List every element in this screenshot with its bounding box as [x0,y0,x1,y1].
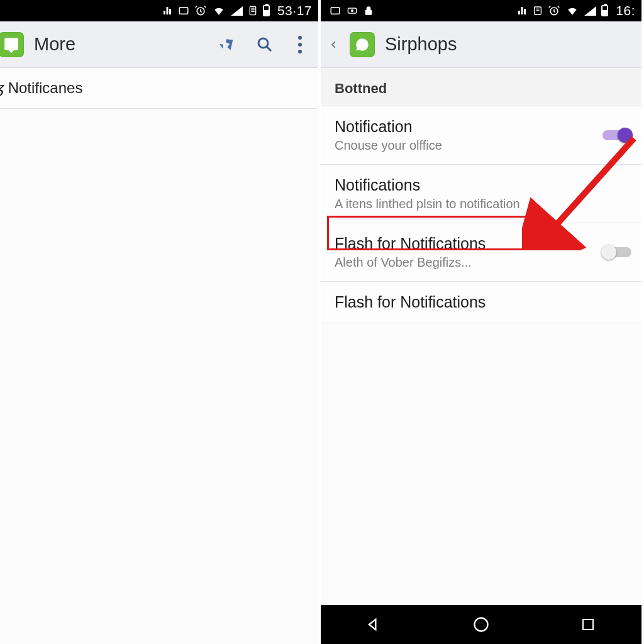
screen-body: ʒ Notificanes [0,68,318,644]
card-icon [533,5,543,16]
list-item-notifications[interactable]: Notifications A itens linthed plsin to n… [321,165,641,223]
app-bar: More [0,21,318,68]
screenshot-left: 53·17 More ʒ Notificanes [0,0,321,644]
svg-point-18 [475,618,488,631]
nav-bar [321,605,641,644]
status-icon [346,6,358,16]
status-icon [162,5,173,16]
svg-rect-2 [250,6,255,14]
list-item-subtitle: A itens linthed plsin to notification [335,197,629,211]
lock-icon [364,5,374,16]
list-item-title: Flash for Notifications [335,293,629,311]
battery-icon [263,5,270,16]
status-time: 16: [616,3,635,18]
sim-icon [248,4,258,17]
app-logo-icon [0,32,24,57]
app-bar: Sirphops [321,21,641,68]
alarm-icon [548,4,560,17]
list-item[interactable]: ʒ Notificanes [0,68,318,109]
list-item-title: Notifications [335,176,629,194]
toggle-switch[interactable] [602,245,631,260]
list-item-subtitle: Aleth of Vober Begifizs... [335,255,602,270]
app-logo-icon [350,32,375,57]
list-item-title: Notificanes [8,79,83,96]
screen-body: Bottned Notification Cnouse your olffice… [321,68,641,605]
status-icon [330,5,341,16]
status-icon [516,5,528,16]
svg-point-6 [258,38,268,48]
signal-icon [584,6,596,16]
svg-marker-17 [369,619,376,630]
alarm-icon [194,4,207,17]
card-icon [178,5,189,16]
status-time: 53·17 [277,3,312,18]
svg-line-7 [267,47,271,51]
status-bar: 53·17 [0,0,318,21]
overflow-menu-icon[interactable] [289,36,311,53]
app-title: Sirphops [385,34,457,55]
status-bar: 16: [321,0,641,21]
svg-rect-0 [179,8,188,14]
nav-back-button[interactable] [355,612,393,637]
app-title: More [34,34,75,55]
list-item-title: Flash for Notifications [335,235,602,253]
toggle-switch[interactable] [602,128,631,143]
list-item-title: Notification [335,118,602,136]
svg-rect-19 [583,619,593,630]
nav-home-button[interactable] [462,612,500,637]
wifi-icon [212,5,226,16]
share-icon[interactable] [211,30,240,59]
battery-icon [601,5,608,16]
list-item-flash-notifications[interactable]: Flash for Notifications Aleth of Vober B… [321,223,641,282]
signal-icon [231,6,243,16]
list-item-subtitle: Cnouse your olffice [335,138,602,153]
wifi-icon [565,5,579,16]
search-icon[interactable] [250,30,279,59]
nav-recent-button[interactable] [569,612,607,637]
list-item-notification[interactable]: Notification Cnouse your olffice [321,106,641,165]
section-header: Bottned [321,68,641,106]
svg-rect-8 [331,8,340,14]
list-item-flash-notifications-2[interactable]: Flash for Notifications [321,282,641,323]
screenshot-right: 16: Sirphops Bottned Notification Cnouse… [321,0,641,644]
back-icon[interactable] [328,30,340,59]
svg-point-10 [352,10,353,12]
